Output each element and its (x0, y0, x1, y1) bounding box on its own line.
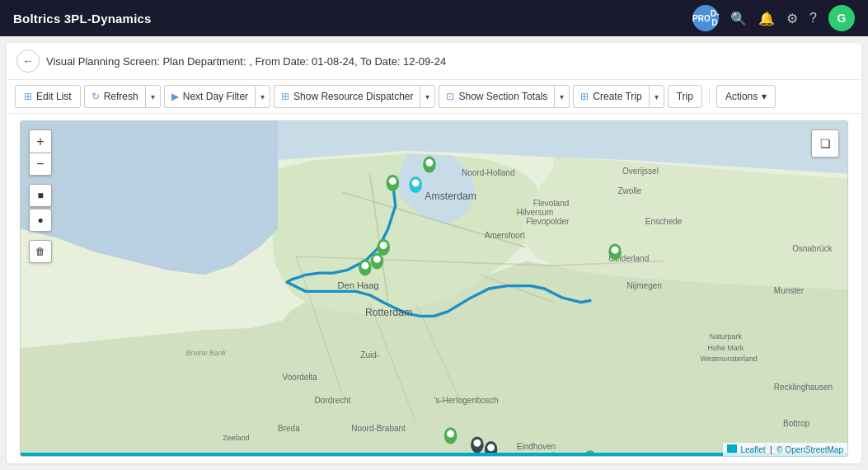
svg-point-74 (612, 247, 619, 254)
svg-text:Zuid-: Zuid- (360, 350, 379, 360)
svg-text:Bruine Bank: Bruine Bank (186, 349, 227, 357)
show-resource-dispatcher-group: ⊞ Show Resource Dispatcher ▾ (274, 85, 435, 108)
settings-button[interactable]: ⚙ (786, 11, 798, 26)
map-svg: Amsterdam Den Haag Rotterdam Noord-Holla… (21, 121, 847, 456)
notifications-button[interactable]: 🔔 (758, 11, 775, 26)
svg-text:Noord-Brabant: Noord-Brabant (351, 424, 406, 433)
svg-text:Breda: Breda (278, 424, 300, 433)
svg-point-52 (380, 242, 387, 249)
next-day-filter-group: ▶ Next Day Filter ▾ (164, 85, 270, 108)
create-trip-button[interactable]: ⊞ Create Trip (573, 85, 648, 108)
svg-point-46 (389, 177, 396, 185)
leaflet-link[interactable]: Leaflet (741, 445, 766, 454)
help-button[interactable]: ? (809, 11, 817, 26)
svg-text:Osnabrück: Osnabrück (792, 244, 833, 253)
refresh-dropdown-button[interactable]: ▾ (145, 85, 161, 108)
svg-text:Hohe Mark: Hohe Mark (708, 344, 744, 352)
next-day-filter-dropdown-button[interactable]: ▾ (255, 85, 270, 108)
zoom-in-button[interactable]: + (29, 129, 52, 153)
svg-text:'s-Hertogenbosch: 's-Hertogenbosch (434, 396, 499, 405)
map-attribution: Leaflet | © OpenStreetMap (723, 443, 847, 456)
zoom-in-icon: + (36, 134, 44, 149)
breadcrumb: Visual Planning Screen: Plan Department:… (46, 55, 446, 68)
map-container[interactable]: Amsterdam Den Haag Rotterdam Noord-Holla… (20, 120, 848, 457)
zoom-out-button[interactable]: − (29, 153, 52, 176)
svg-point-54 (373, 256, 381, 263)
create-trip-dropdown-button[interactable]: ▾ (649, 85, 664, 108)
svg-text:Recklinghausen: Recklinghausen (774, 383, 833, 392)
chevron-down-icon: ▾ (425, 92, 429, 101)
svg-text:Enschede: Enschede (645, 217, 683, 226)
refresh-button[interactable]: ↻ Refresh (84, 85, 145, 108)
map-circle-tool-button[interactable]: ● (29, 209, 52, 232)
create-trip-group: ⊞ Create Trip ▾ (573, 85, 664, 108)
map-icon: ⊞ (580, 91, 589, 102)
content-area: ← Visual Planning Screen: Plan Departmen… (7, 43, 861, 463)
svg-text:Munster: Munster (774, 286, 805, 295)
chevron-down-icon: ▾ (260, 92, 265, 101)
map-square-tool-button[interactable]: ■ (29, 184, 52, 207)
svg-text:Nijmegen: Nijmegen (627, 281, 662, 290)
svg-text:Flevopolder: Flevopolder (526, 217, 570, 226)
app-brand: Boltrics 3PL-Dynamics (13, 12, 152, 26)
actions-chevron-icon: ▾ (762, 91, 767, 102)
svg-point-48 (425, 159, 433, 167)
grid-icon: ⊞ (281, 91, 289, 102)
refresh-icon: ↻ (91, 91, 100, 102)
svg-text:Hilversum: Hilversum (517, 208, 554, 217)
map-layers-button[interactable]: ❏ (811, 129, 839, 157)
user-avatar[interactable]: G (828, 5, 855, 31)
show-resource-dispatcher-button[interactable]: ⊞ Show Resource Dispatcher (274, 85, 420, 108)
show-section-totals-group: ⊡ Show Section Totals ▾ (439, 85, 570, 108)
next-day-filter-button[interactable]: ▶ Next Day Filter (164, 85, 255, 108)
svg-text:Voordelta: Voordelta (283, 373, 318, 382)
breadcrumb-bar: ← Visual Planning Screen: Plan Departmen… (7, 43, 861, 80)
map-background: Amsterdam Den Haag Rotterdam Noord-Holla… (21, 121, 847, 456)
svg-text:Amsterdam: Amsterdam (425, 190, 476, 202)
show-section-totals-dropdown-button[interactable]: ▾ (554, 85, 570, 108)
svg-point-50 (412, 179, 420, 186)
table-icon: ⊡ (446, 91, 454, 102)
svg-text:Noord-Holland: Noord-Holland (462, 168, 515, 177)
search-button[interactable]: 🔍 (730, 11, 747, 26)
edit-list-button[interactable]: ⊞ Edit List (15, 85, 81, 108)
svg-text:Flevoland: Flevoland (533, 199, 569, 208)
pro-badge: PRO D-D (692, 5, 719, 31)
edit-list-icon: ⊞ (24, 91, 32, 102)
back-button[interactable]: ← (16, 49, 40, 73)
zoom-out-icon: − (36, 157, 44, 172)
toolbar-divider (709, 88, 710, 105)
chevron-down-icon: ▾ (560, 92, 564, 101)
svg-point-60 (473, 439, 481, 447)
svg-text:Zwolle: Zwolle (617, 186, 641, 195)
show-resource-dispatcher-dropdown-button[interactable]: ▾ (420, 85, 435, 108)
toolbar: ⊞ Edit List ↻ Refresh ▾ ▶ Next Day Filte… (7, 80, 861, 114)
svg-text:Overijssel: Overijssel (622, 167, 659, 176)
svg-text:Bottrop: Bottrop (783, 419, 810, 428)
svg-text:Eindhoven: Eindhoven (517, 442, 556, 451)
layers-icon: ❏ (820, 137, 831, 150)
back-icon: ← (22, 54, 34, 68)
svg-text:Rotterdam: Rotterdam (365, 307, 412, 318)
chevron-down-icon: ▾ (151, 92, 155, 101)
actions-button[interactable]: Actions ▾ (716, 85, 776, 108)
trip-button[interactable]: Trip (668, 85, 702, 108)
top-navbar: Boltrics 3PL-Dynamics PRO D-D 🔍 🔔 ⚙ ? G (0, 0, 868, 36)
svg-text:Amersfoort: Amersfoort (485, 231, 525, 240)
edit-list-label: Edit List (36, 91, 72, 102)
osm-link[interactable]: © OpenStreetMap (777, 445, 843, 454)
show-section-totals-button[interactable]: ⊡ Show Section Totals (439, 85, 554, 108)
map-delete-button[interactable]: 🗑 (29, 240, 52, 263)
chevron-down-icon: ▾ (655, 92, 659, 101)
svg-text:Dordrecht: Dordrecht (315, 396, 351, 405)
svg-text:Zeeland: Zeeland (223, 434, 249, 442)
map-controls: + − ■ ● 🗑 (29, 129, 52, 263)
svg-point-62 (487, 444, 495, 451)
zoom-control-group: + − (29, 129, 52, 176)
refresh-group: ↻ Refresh ▾ (84, 85, 161, 108)
leaflet-attribution: Leaflet | © OpenStreetMap (727, 445, 843, 454)
svg-text:Naturpark: Naturpark (710, 332, 743, 341)
map-layers-control: ❏ (811, 129, 839, 157)
svg-text:Westmunsterland: Westmunsterland (701, 355, 758, 363)
svg-point-56 (361, 262, 368, 270)
